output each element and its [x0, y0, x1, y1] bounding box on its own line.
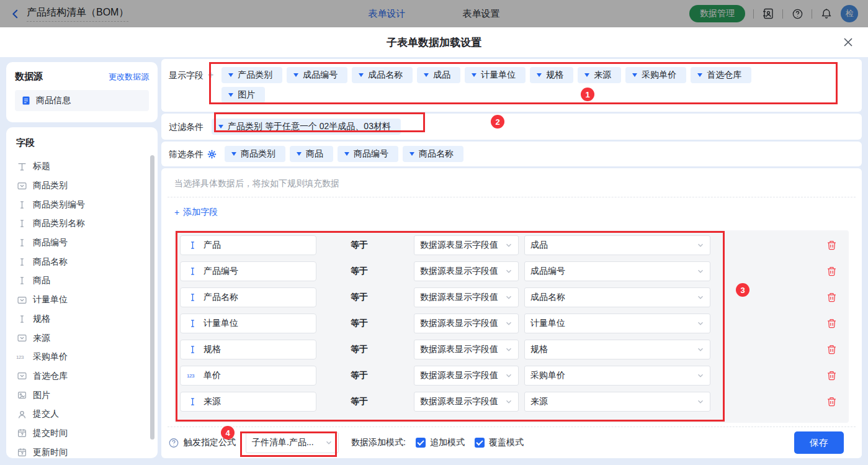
- screen-tag[interactable]: 商品编号: [338, 146, 398, 162]
- field-list-item[interactable]: 商品名称: [16, 252, 158, 271]
- delete-rule-button[interactable]: [826, 370, 838, 381]
- close-button[interactable]: [842, 36, 854, 48]
- field-tag[interactable]: 成品编号: [287, 67, 347, 83]
- select-icon: [16, 333, 27, 343]
- field-list-item[interactable]: 提交时间: [16, 424, 158, 443]
- avatar[interactable]: 检: [841, 5, 858, 22]
- field-list-item[interactable]: 提交人: [16, 405, 158, 424]
- back-chevron-icon: [10, 9, 20, 19]
- field-tag[interactable]: 来源: [578, 67, 621, 83]
- field-list-item[interactable]: 图片: [16, 386, 158, 405]
- screen-tags: 商品类别 商品 商品编号 商品名称: [225, 146, 463, 162]
- tab-form-settings[interactable]: 表单设置: [463, 8, 500, 20]
- field-list-item[interactable]: 来源: [16, 328, 158, 348]
- add-field-button[interactable]: + 添加字段: [174, 207, 218, 218]
- rule-field-input[interactable]: 123 单价: [180, 366, 316, 386]
- change-datasource-link[interactable]: 更改数据源: [109, 71, 149, 83]
- datasource-item[interactable]: 商品信息: [15, 90, 149, 111]
- field-list-item[interactable]: 首选仓库: [16, 367, 158, 386]
- add-display-field-icon[interactable]: +: [208, 67, 213, 83]
- divider: [753, 9, 754, 19]
- rule-field-input[interactable]: 来源: [180, 392, 316, 412]
- gear-icon[interactable]: [207, 150, 217, 159]
- form-title[interactable]: 产品结构清单（BOM）: [27, 6, 128, 22]
- rule-field-input[interactable]: 计量单位: [180, 314, 316, 333]
- rule-value-select[interactable]: 成品编号: [524, 261, 710, 281]
- scrollbar-thumb[interactable]: [150, 155, 154, 440]
- data-manage-button[interactable]: 数据管理: [689, 5, 745, 22]
- checkbox[interactable]: [416, 438, 426, 448]
- field-list-item[interactable]: 123 采购单价: [16, 348, 158, 367]
- field-label: 提交时间: [33, 428, 68, 439]
- rule-source-select[interactable]: 数据源表显示字段值: [414, 314, 519, 333]
- rule-source-select[interactable]: 数据源表显示字段值: [414, 366, 519, 386]
- divider: [782, 9, 783, 19]
- mode-checkbox-item[interactable]: 追加模式: [416, 437, 465, 448]
- delete-rule-button[interactable]: [826, 318, 838, 329]
- rules-note: 当选择具体数据后，将按如下规则填充数据: [174, 178, 339, 189]
- save-button[interactable]: 保存: [794, 431, 844, 454]
- screen-tag[interactable]: 商品: [290, 146, 333, 162]
- rule-field-input[interactable]: 产品编号: [180, 261, 316, 281]
- rules-card: 当选择具体数据后，将按如下规则填充数据 + 添加字段 产品 等于 数据源表显示字…: [161, 168, 862, 458]
- screen-tag[interactable]: 商品名称: [403, 146, 463, 162]
- chevron-down-icon: [505, 294, 512, 301]
- chevron-down-icon: [424, 73, 429, 77]
- field-list-item[interactable]: 商品: [16, 271, 158, 291]
- screen-tag[interactable]: 商品类别: [225, 146, 285, 162]
- field-tag[interactable]: 产品类别: [221, 67, 282, 83]
- rule-value-select[interactable]: 采购单价: [524, 366, 710, 386]
- svg-text:123: 123: [187, 373, 195, 379]
- delete-rule-button[interactable]: [826, 240, 838, 251]
- rule-source-select[interactable]: 数据源表显示字段值: [414, 287, 519, 307]
- field-tag[interactable]: 计量单位: [465, 67, 526, 83]
- rule-value-select[interactable]: 成品: [524, 235, 710, 255]
- notification-bell-icon[interactable]: [820, 7, 833, 20]
- rule-source-select[interactable]: 数据源表显示字段值: [414, 340, 519, 359]
- text-icon: [16, 315, 27, 323]
- filter-tag[interactable]: 产品类别 等于任意一个 02半成品、03材料: [212, 119, 401, 135]
- field-list-item[interactable]: 商品类别编号: [16, 195, 158, 214]
- rule-source-select[interactable]: 数据源表显示字段值: [414, 261, 519, 281]
- field-list-item[interactable]: 标题: [16, 157, 158, 176]
- rule-value-select[interactable]: 来源: [524, 392, 710, 412]
- delete-rule-button[interactable]: [826, 292, 838, 303]
- image-icon: [16, 391, 27, 400]
- address-book-icon[interactable]: [762, 7, 774, 20]
- back-button[interactable]: [10, 9, 20, 19]
- field-tag[interactable]: 规格: [530, 67, 573, 83]
- chevron-down-icon: [505, 398, 512, 405]
- text-icon: [16, 238, 27, 247]
- rule-source-select[interactable]: 数据源表显示字段值: [414, 392, 519, 412]
- field-tag[interactable]: 成品: [417, 67, 460, 83]
- delete-rule-button[interactable]: [826, 344, 838, 355]
- checkbox[interactable]: [475, 438, 485, 448]
- field-list-item[interactable]: 商品编号: [16, 233, 158, 253]
- tab-form-design[interactable]: 表单设计: [369, 8, 406, 20]
- field-list-item[interactable]: 商品类别: [16, 176, 158, 196]
- formula-select[interactable]: 子件清单.产品...: [246, 432, 339, 453]
- field-tag[interactable]: 成品名称: [352, 67, 413, 83]
- field-tag[interactable]: 采购单价: [625, 67, 686, 83]
- rule-value-select[interactable]: 规格: [524, 340, 710, 359]
- field-list-item[interactable]: 规格: [16, 310, 158, 329]
- field-list-item[interactable]: 更新时间: [16, 443, 158, 458]
- field-list-item[interactable]: 商品类别名称: [16, 214, 158, 233]
- rule-value-select[interactable]: 成品名称: [524, 287, 710, 307]
- help-circle-icon[interactable]: [168, 437, 179, 448]
- help-icon[interactable]: [791, 7, 803, 20]
- svg-text:123: 123: [16, 355, 24, 361]
- rule-field-input[interactable]: 产品名称: [180, 287, 316, 307]
- trash-icon: [826, 266, 837, 277]
- chevron-down-icon: [632, 73, 637, 77]
- rule-value-select[interactable]: 计量单位: [524, 314, 710, 333]
- field-tag[interactable]: 图片: [221, 87, 265, 103]
- rule-source-select[interactable]: 数据源表显示字段值: [414, 235, 519, 255]
- field-list-item[interactable]: 计量单位: [16, 291, 158, 310]
- delete-rule-button[interactable]: [826, 396, 838, 407]
- rule-field-input[interactable]: 产品: [180, 235, 316, 255]
- rule-field-input[interactable]: 规格: [180, 340, 316, 359]
- field-tag[interactable]: 首选仓库: [691, 67, 751, 83]
- delete-rule-button[interactable]: [826, 266, 838, 277]
- mode-checkbox-item[interactable]: 覆盖模式: [475, 437, 524, 448]
